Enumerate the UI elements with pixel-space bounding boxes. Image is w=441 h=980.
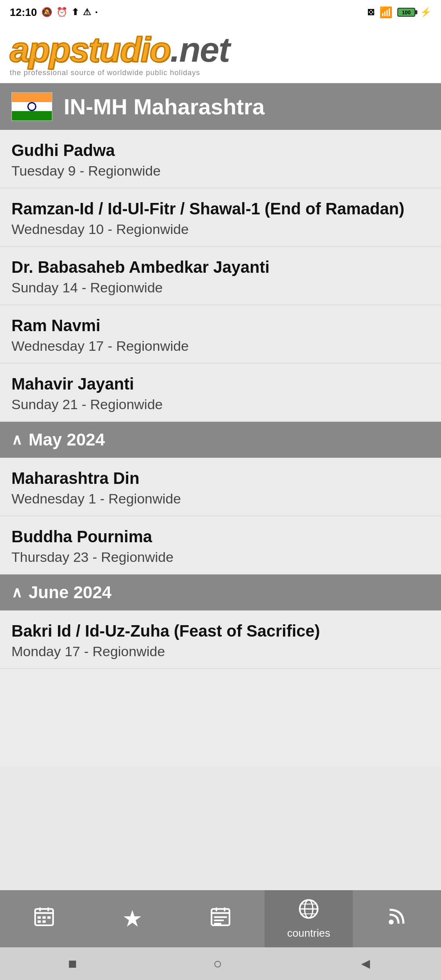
status-time: 12:10 🔕 ⏰ ⬆ ⚠ ·: [10, 6, 98, 19]
holiday-date: Wednesday 1 - Regionwide: [11, 491, 430, 507]
month-header-june[interactable]: ∧ June 2024: [0, 575, 441, 610]
logo-dot: .: [170, 30, 179, 69]
svg-rect-10: [212, 912, 229, 914]
svg-rect-14: [214, 920, 224, 921]
svg-rect-6: [47, 916, 51, 919]
svg-rect-8: [42, 920, 46, 923]
dot-icon: ·: [95, 6, 98, 19]
india-flag: [11, 92, 52, 121]
list-item: Gudhi Padwa Tuesday 9 - Regionwide: [0, 130, 441, 188]
holiday-date: Monday 17 - Regionwide: [11, 644, 430, 659]
home-button[interactable]: ○: [213, 955, 222, 972]
svg-rect-1: [35, 912, 53, 914]
holiday-date: Wednesday 17 - Regionwide: [11, 338, 430, 354]
holiday-date: Thursday 23 - Regionwide: [11, 549, 430, 565]
schedule-icon: [210, 906, 231, 932]
svg-rect-4: [38, 916, 41, 919]
battery-icon: 100: [397, 8, 415, 17]
logo-tagline: the professional source of worldwide pub…: [10, 69, 229, 77]
month-label: May 2024: [29, 430, 105, 450]
stop-button[interactable]: ■: [68, 955, 77, 972]
alarm-icon: ⏰: [56, 7, 67, 18]
holiday-name: Mahavir Jayanti: [11, 375, 430, 393]
logo-container: appstudio.net the professional source of…: [10, 32, 431, 77]
nav-item-favorites[interactable]: ★: [88, 890, 176, 947]
star-icon: ★: [122, 907, 143, 930]
list-item: Bakri Id / Id-Uz-Zuha (Feast of Sacrific…: [0, 610, 441, 669]
svg-rect-2: [39, 907, 41, 911]
warning-icon: ⚠: [83, 7, 91, 18]
status-icons: ⊠ 📶 100 ⚡: [367, 6, 431, 19]
svg-rect-15: [214, 923, 221, 924]
back-button[interactable]: ◄: [359, 955, 373, 972]
chevron-up-icon: ∧: [11, 584, 22, 601]
mute-icon: 🔕: [41, 7, 52, 18]
screen-icon: ⊠: [367, 7, 374, 18]
flag-green-stripe: [12, 111, 52, 120]
logo-text: appstudio.net: [10, 32, 229, 67]
list-item: Buddha Pournima Thursday 23 - Regionwide: [0, 516, 441, 575]
status-bar: 12:10 🔕 ⏰ ⬆ ⚠ · ⊠ 📶 100 ⚡: [0, 0, 441, 24]
nav-item-rss[interactable]: [353, 890, 441, 947]
holiday-date: Wednesday 10 - Regionwide: [11, 221, 430, 237]
list-item: Dr. Babasaheb Ambedkar Jayanti Sunday 14…: [0, 247, 441, 305]
svg-rect-7: [38, 920, 41, 923]
month-header-may[interactable]: ∧ May 2024: [0, 422, 441, 458]
list-item: Mahavir Jayanti Sunday 21 - Regionwide: [0, 363, 441, 422]
chevron-up-icon: ∧: [11, 431, 22, 448]
holiday-date: Sunday 21 - Regionwide: [11, 396, 430, 412]
android-nav: ■ ○ ◄: [0, 947, 441, 980]
upload-icon: ⬆: [71, 7, 79, 18]
nav-item-calendar[interactable]: [0, 890, 88, 947]
svg-rect-12: [224, 907, 225, 911]
list-item: Ram Navmi Wednesday 17 - Regionwide: [0, 305, 441, 363]
svg-rect-13: [214, 916, 227, 918]
calendar-icon: [33, 906, 55, 932]
flag-white-stripe: [12, 102, 52, 111]
nav-item-schedule[interactable]: [176, 890, 265, 947]
holiday-list: Gudhi Padwa Tuesday 9 - Regionwide Ramza…: [0, 130, 441, 767]
rss-icon: [386, 906, 408, 932]
logo-bar: appstudio.net the professional source of…: [0, 24, 441, 83]
holiday-name: Gudhi Padwa: [11, 141, 430, 160]
bottom-nav: ★ countries: [0, 890, 441, 947]
holiday-name: Ram Navmi: [11, 316, 430, 335]
region-title: IN-MH Maharashtra: [64, 94, 265, 119]
holiday-name: Ramzan-Id / Id-Ul-Fitr / Shawal-1 (End o…: [11, 200, 430, 218]
list-item: Maharashtra Din Wednesday 1 - Regionwide: [0, 458, 441, 516]
holiday-name: Dr. Babasaheb Ambedkar Jayanti: [11, 258, 430, 276]
region-header: IN-MH Maharashtra: [0, 83, 441, 130]
svg-rect-3: [47, 907, 49, 911]
nav-item-countries[interactable]: countries: [265, 890, 353, 947]
countries-label: countries: [287, 927, 330, 940]
list-item: Ramzan-Id / Id-Ul-Fitr / Shawal-1 (End o…: [0, 188, 441, 247]
flag-orange-stripe: [12, 93, 52, 102]
svg-point-21: [389, 920, 394, 924]
holiday-name: Maharashtra Din: [11, 469, 430, 488]
globe-icon: [298, 898, 319, 924]
holiday-date: Tuesday 9 - Regionwide: [11, 163, 430, 179]
holiday-date: Sunday 14 - Regionwide: [11, 280, 430, 296]
wifi-icon: 📶: [379, 6, 392, 19]
svg-rect-5: [42, 916, 46, 919]
svg-rect-11: [216, 907, 217, 911]
holiday-name: Bakri Id / Id-Uz-Zuha (Feast of Sacrific…: [11, 622, 430, 640]
ashoka-chakra: [27, 102, 36, 111]
logo-net: net: [179, 30, 229, 69]
month-label: June 2024: [29, 583, 111, 602]
charging-icon: ⚡: [420, 7, 431, 18]
logo-app: appstudio: [10, 30, 170, 69]
holiday-name: Buddha Pournima: [11, 528, 430, 546]
